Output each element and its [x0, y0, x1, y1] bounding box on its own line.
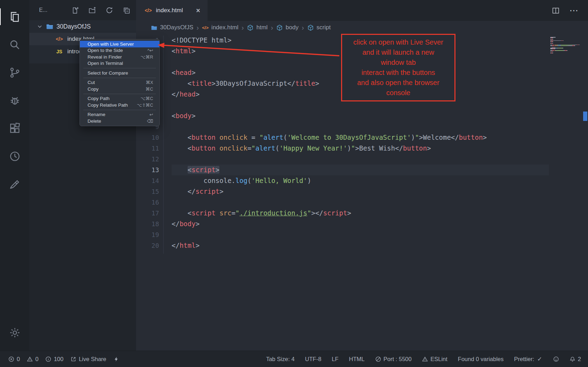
menu-item-rename[interactable]: Rename↩: [80, 112, 159, 118]
status-utf-8[interactable]: UTF-8: [305, 356, 322, 362]
annotation-line: window tab: [344, 58, 453, 68]
status-label: Live Share: [79, 356, 106, 362]
activity-debug[interactable]: [0, 86, 29, 114]
status-label: ESLint: [430, 356, 447, 362]
code-line-13[interactable]: 13 <script>: [136, 165, 588, 175]
js-file-icon: JS: [55, 48, 63, 55]
explorer-title: E...: [39, 7, 47, 13]
line-number: 14: [136, 175, 159, 186]
activity-feedback[interactable]: [0, 170, 29, 198]
status-found-0-variables[interactable]: Found 0 variables: [458, 356, 504, 362]
activity-extensions[interactable]: [0, 114, 29, 142]
explorer-icon: [9, 11, 21, 23]
code-line-10[interactable]: 10 <button onclick = "alert('Welcome to …: [136, 132, 588, 143]
close-icon[interactable]: ×: [194, 8, 202, 14]
menu-item-label: Open in Terminal: [88, 61, 148, 66]
line-content: <button onclick="alert('Happy New Year!'…: [172, 143, 549, 154]
menu-item-reveal-in-finder[interactable]: Reveal in Finder⌥⌘R: [80, 54, 159, 60]
code-line-20[interactable]: 20</html>: [136, 240, 588, 251]
code-line-9[interactable]: 9: [136, 121, 588, 132]
menu-item-label: Open to the Side: [88, 48, 142, 53]
tab-index-html[interactable]: </> index.html ×: [136, 0, 208, 21]
code-line-8[interactable]: 8<body>: [136, 110, 588, 121]
menu-item-open-with-live-server[interactable]: Open with Live Server: [80, 41, 159, 47]
line-number: 17: [136, 208, 159, 219]
vscode-window: E... 30DaysOfJS </>index.htmlJSintroduct…: [0, 0, 588, 367]
breadcrumb-index-html[interactable]: </>index.html: [202, 24, 238, 31]
status-label: Prettier:: [514, 356, 534, 362]
minimap[interactable]: [550, 37, 581, 54]
code-line-14[interactable]: 14 console.log('Hello, World'): [136, 175, 588, 186]
status-100[interactable]: 100: [45, 356, 63, 362]
menu-item-open-to-the-side[interactable]: Open to the Side^↩: [80, 47, 159, 54]
code-line-18[interactable]: 18</body>: [136, 219, 588, 229]
menu-item-copy-path[interactable]: Copy Path⌥⌘C: [80, 95, 159, 102]
breadcrumb-separator: ›: [302, 24, 304, 32]
status-lf[interactable]: LF: [332, 356, 338, 362]
status-smiley-icon[interactable]: [553, 356, 559, 362]
breadcrumb-separator: ›: [196, 24, 199, 32]
line-content: </body>: [172, 219, 549, 229]
new-folder-icon[interactable]: [88, 6, 96, 14]
breadcrumb-body[interactable]: body: [276, 24, 299, 31]
menu-item-cut[interactable]: Cut⌘X: [80, 79, 159, 86]
menu-item-copy[interactable]: Copy⌘C: [80, 86, 159, 92]
breadcrumb-label: script: [317, 24, 331, 31]
status-2[interactable]: 2: [570, 356, 581, 362]
error-icon: [8, 356, 14, 362]
status-flash-icon[interactable]: [113, 356, 119, 362]
menu-item-delete[interactable]: Delete⌫: [80, 118, 159, 124]
symbol-cube-icon: [276, 24, 283, 31]
new-file-icon[interactable]: [71, 6, 79, 14]
refresh-icon[interactable]: [105, 6, 113, 14]
status-tab-size-4[interactable]: Tab Size: 4: [266, 356, 295, 362]
breadcrumb-30daysofjs[interactable]: 30DaysOfJS: [151, 24, 193, 31]
tab-title: index.html: [156, 7, 183, 14]
code-line-19[interactable]: 19: [136, 229, 588, 240]
activity-settings-gear[interactable]: [0, 319, 29, 346]
status-live-share[interactable]: Live Share: [70, 356, 106, 362]
status-prettier[interactable]: Prettier:✓: [514, 356, 543, 362]
search-icon: [9, 39, 21, 51]
menu-item-label: Cut: [88, 80, 140, 85]
code-line-12[interactable]: 12: [136, 154, 588, 165]
activity-bar-top: [0, 3, 29, 198]
breadcrumb-script[interactable]: script: [307, 24, 331, 31]
status-0[interactable]: 0: [27, 356, 38, 362]
editor-actions: ⋯: [552, 0, 588, 21]
code-line-16[interactable]: 16: [136, 197, 588, 208]
menu-separator: [83, 78, 156, 78]
extensions-icon: [9, 122, 21, 135]
more-actions-icon[interactable]: ⋯: [570, 7, 578, 15]
activity-explorer[interactable]: [0, 3, 29, 31]
flash-icon: [113, 356, 119, 362]
status-0[interactable]: 0: [8, 356, 20, 362]
activity-source-control[interactable]: [0, 59, 29, 86]
status-port-5500[interactable]: Port : 5500: [375, 356, 412, 362]
code-line-15[interactable]: 15 </script>: [136, 186, 588, 197]
explorer-toolbar: [71, 6, 130, 14]
code-line-17[interactable]: 17 <script src="./introduction.js"></scr…: [136, 208, 588, 219]
collapse-all-icon[interactable]: [122, 6, 130, 14]
explorer-header: E...: [29, 0, 136, 20]
annotation-line: and also open the browser: [344, 78, 453, 88]
code-line-11[interactable]: 11 <button onclick="alert('Happy New Yea…: [136, 143, 588, 154]
split-editor-icon[interactable]: [552, 7, 560, 15]
menu-item-select-for-compare[interactable]: Select for Compare: [80, 70, 159, 76]
menu-item-shortcut: ↩: [150, 112, 153, 117]
status-left: 00100Live Share: [8, 356, 119, 362]
breadcrumb: 30DaysOfJS›</>index.html›html›body›scrip…: [136, 21, 588, 34]
status-eslint[interactable]: ESLint: [422, 356, 447, 362]
feedback-icon: [9, 178, 21, 190]
activity-history[interactable]: [0, 142, 29, 170]
line-number: 18: [136, 219, 159, 229]
folder-root[interactable]: 30DaysOfJS: [29, 20, 136, 33]
menu-item-copy-relative-path[interactable]: Copy Relative Path⌥⇧⌘C: [80, 102, 159, 108]
activity-search[interactable]: [0, 31, 29, 59]
status-html[interactable]: HTML: [349, 356, 365, 362]
menu-item-label: Reveal in Finder: [88, 54, 135, 60]
chevron-down-icon: [37, 24, 43, 29]
menu-item-label: Select for Compare: [88, 70, 148, 76]
menu-item-open-in-terminal[interactable]: Open in Terminal: [80, 60, 159, 67]
breadcrumb-html[interactable]: html: [247, 24, 267, 31]
